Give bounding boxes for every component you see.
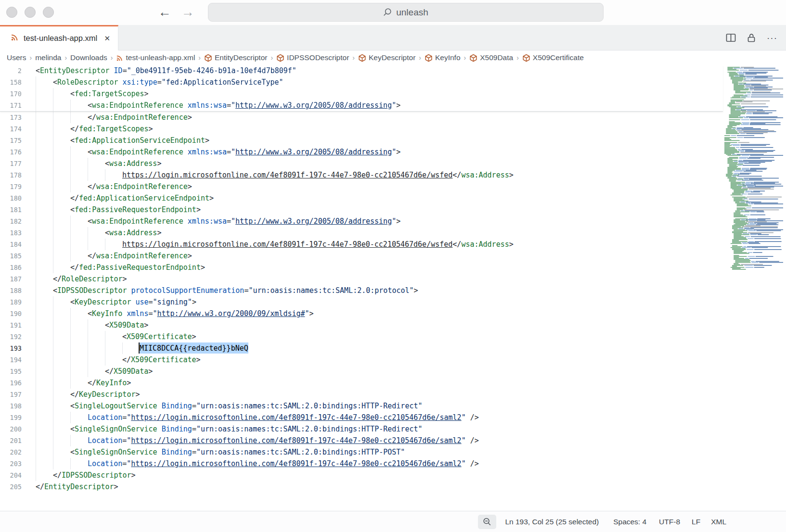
breadcrumb-label: KeyInfo: [435, 53, 461, 62]
symbol-element-icon: [425, 54, 433, 62]
line-number: 202: [0, 446, 22, 458]
code-line-181[interactable]: 181<fed:PassiveRequestorEndpoint>: [0, 204, 723, 215]
code-line-193[interactable]: 193MIIC8DCCA{{redacted}}bNeQ: [0, 342, 723, 354]
code-line-177[interactable]: 177<wsa:Address>: [0, 158, 723, 169]
code-line-205[interactable]: 205</EntityDescriptor>: [0, 481, 723, 493]
encoding-status[interactable]: UTF-8: [658, 516, 681, 528]
eol-status[interactable]: LF: [691, 516, 701, 528]
code-line-183[interactable]: 183<wsa:Address>: [0, 227, 723, 239]
breadcrumb-separator-icon: ›: [198, 54, 201, 62]
forward-button[interactable]: →: [179, 3, 196, 21]
search-icon: [383, 8, 392, 17]
tab-label: test-unleash-app.xml: [24, 34, 97, 43]
indentation-status[interactable]: Spaces: 4: [612, 516, 647, 528]
code-line-194[interactable]: 194</X509Certificate>: [0, 354, 723, 366]
editor: 173</wsa:EndpointReference>174</fed:Targ…: [0, 65, 786, 511]
line-content: <fed:ApplicationServiceEndpoint>: [36, 135, 209, 146]
line-content: <SingleSignOnService Binding="urn:oasis:…: [36, 423, 423, 435]
code-line-176[interactable]: 176<wsa:EndpointReference xmlns:wsa="htt…: [0, 146, 723, 158]
minimap[interactable]: [723, 66, 785, 271]
title-bar: ← → unleash: [0, 0, 786, 25]
code-line-184[interactable]: 184https://login.microsoftonline.com/4ef…: [0, 239, 723, 250]
command-center-search[interactable]: unleash: [208, 3, 604, 22]
symbol-element-icon: [204, 54, 212, 62]
line-number: 189: [0, 296, 22, 308]
breadcrumb-item-entitydescriptor[interactable]: EntityDescriptor: [204, 53, 267, 62]
code-line-170[interactable]: 170<fed:TargetScopes>: [0, 88, 723, 100]
code-line-190[interactable]: 190<KeyInfo xmlns="http://www.w3.org/200…: [0, 308, 723, 319]
code-line-196[interactable]: 196</KeyInfo>: [0, 377, 723, 389]
code-line-179[interactable]: 179</wsa:EndpointReference>: [0, 181, 723, 192]
code-line-202[interactable]: 202<SingleSignOnService Binding="urn:oas…: [0, 446, 723, 458]
line-content: <wsa:EndpointReference xmlns:wsa="http:/…: [36, 100, 400, 111]
line-number: 179: [0, 181, 22, 192]
line-content: <KeyInfo xmlns="http://www.w3.org/2000/0…: [36, 308, 314, 319]
zoom-window-button[interactable]: [43, 7, 54, 18]
code-line-195[interactable]: 195</X509Data>: [0, 366, 723, 377]
code-line-186[interactable]: 186</fed:PassiveRequestorEndpoint>: [0, 262, 723, 273]
line-number: 197: [0, 389, 22, 400]
more-actions-icon[interactable]: ···: [767, 36, 777, 40]
line-content: </wsa:EndpointReference>: [36, 181, 192, 192]
code-line-198[interactable]: 198<SingleLogoutService Binding="urn:oas…: [0, 400, 723, 412]
line-number: 170: [0, 88, 22, 100]
breadcrumb-item-idpssodescriptor[interactable]: IDPSSODescriptor: [276, 53, 349, 62]
breadcrumb-item-keydescriptor[interactable]: KeyDescriptor: [358, 53, 415, 62]
code-line-188[interactable]: 188<IDPSSODescriptor protocolSupportEnum…: [0, 285, 723, 296]
line-content: </wsa:EndpointReference>: [36, 112, 192, 123]
code-line-180[interactable]: 180</fed:ApplicationServiceEndpoint>: [0, 192, 723, 204]
code-line-191[interactable]: 191<X509Data>: [0, 319, 723, 331]
breadcrumb-item-downloads[interactable]: Downloads: [70, 53, 107, 62]
code-line-175[interactable]: 175<fed:ApplicationServiceEndpoint>: [0, 135, 723, 146]
code-line-185[interactable]: 185</wsa:EndpointReference>: [0, 250, 723, 262]
close-tab-button[interactable]: ✕: [102, 33, 112, 44]
zoom-out-icon[interactable]: [478, 515, 496, 529]
code-line-203[interactable]: 203Location="https://login.microsoftonli…: [0, 458, 723, 469]
code-line-158[interactable]: 158<RoleDescriptor xsi:type="fed:Applica…: [0, 76, 723, 88]
code-line-173[interactable]: 173</wsa:EndpointReference>: [0, 112, 723, 123]
line-number: 158: [0, 76, 22, 88]
code-line-182[interactable]: 182<wsa:EndpointReference xmlns:wsa="htt…: [0, 215, 723, 227]
code-line-200[interactable]: 200<SingleSignOnService Binding="urn:oas…: [0, 423, 723, 435]
code-line-192[interactable]: 192<X509Certificate>: [0, 331, 723, 342]
close-window-button[interactable]: [6, 7, 17, 18]
breadcrumb-separator-icon: ›: [271, 54, 273, 62]
breadcrumb-item-test-unleash-app.xml[interactable]: test-unleash-app.xml: [116, 53, 195, 62]
code-line-174[interactable]: 174</fed:TargetScopes>: [0, 123, 723, 135]
line-number: 194: [0, 354, 22, 366]
line-number: 176: [0, 146, 22, 158]
back-button[interactable]: ←: [156, 3, 173, 21]
breadcrumb-item-melinda[interactable]: melinda: [35, 53, 61, 62]
code-line-2[interactable]: 2<EntityDescriptor ID="_0be4911f-95eb-42…: [0, 65, 723, 76]
search-query-text: unleash: [396, 7, 428, 18]
code-line-178[interactable]: 178https://login.microsoftonline.com/4ef…: [0, 169, 723, 181]
code-line-171[interactable]: 171<wsa:EndpointReference xmlns:wsa="htt…: [0, 100, 723, 111]
code-line-201[interactable]: 201Location="https://login.microsoftonli…: [0, 435, 723, 446]
line-content: <X509Data>: [36, 319, 148, 331]
line-number: 205: [0, 481, 22, 493]
line-content: https://login.microsoftonline.com/4ef809…: [36, 239, 514, 250]
line-number: 187: [0, 273, 22, 285]
cursor-position-status[interactable]: Ln 193, Col 25 (25 selected): [504, 516, 600, 528]
code-line-189[interactable]: 189<KeyDescriptor use="signing">: [0, 296, 723, 308]
breadcrumb-item-x509data[interactable]: X509Data: [469, 53, 513, 62]
line-content: MIIC8DCCA{{redacted}}bNeQ: [36, 342, 248, 354]
editor-actions: ···: [726, 25, 777, 51]
language-mode-status[interactable]: XML: [710, 516, 727, 528]
breadcrumb-item-keyinfo[interactable]: KeyInfo: [425, 53, 461, 62]
minimize-window-button[interactable]: [25, 7, 36, 18]
line-content: <wsa:Address>: [36, 227, 161, 239]
breadcrumb-item-x509certificate[interactable]: X509Certificate: [522, 53, 584, 62]
breadcrumb-label: X509Data: [480, 53, 513, 62]
line-content: <fed:TargetScopes>: [36, 88, 149, 100]
code-line-197[interactable]: 197</KeyDescriptor>: [0, 389, 723, 400]
line-content: <wsa:Address>: [36, 158, 161, 169]
code-line-204[interactable]: 204</IDPSSODescriptor>: [0, 469, 723, 481]
line-content: <wsa:EndpointReference xmlns:wsa="http:/…: [36, 146, 400, 158]
unlock-icon[interactable]: [747, 33, 756, 43]
code-line-187[interactable]: 187</RoleDescriptor>: [0, 273, 723, 285]
tab-test-unleash-app-xml[interactable]: test-unleash-app.xml ✕: [0, 25, 118, 51]
split-editor-icon[interactable]: [726, 33, 736, 42]
code-line-199[interactable]: 199Location="https://login.microsoftonli…: [0, 412, 723, 423]
breadcrumb-item-users[interactable]: Users: [7, 53, 26, 62]
